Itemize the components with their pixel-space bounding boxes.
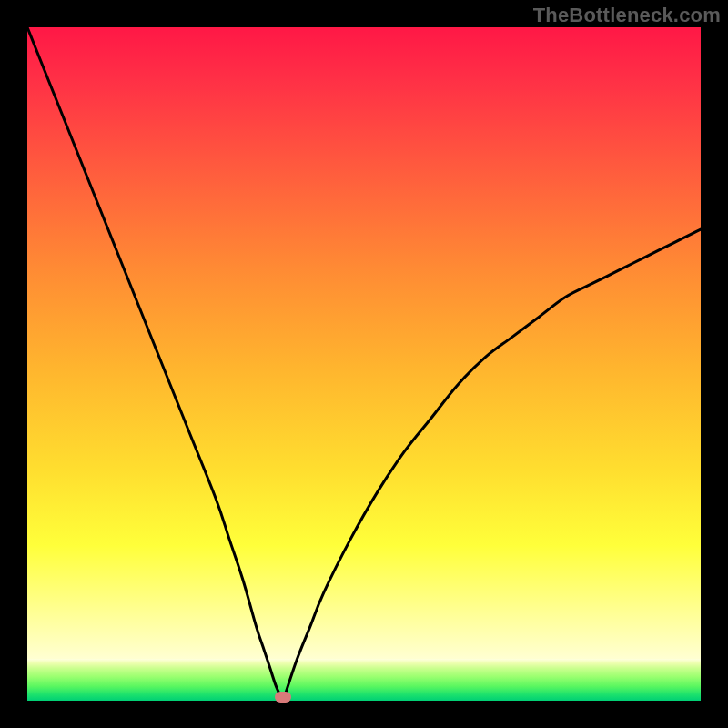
gradient-green-band <box>27 659 701 701</box>
chart-frame: TheBottleneck.com <box>0 0 728 728</box>
plot-area <box>27 27 701 701</box>
watermark-text: TheBottleneck.com <box>533 4 721 27</box>
gradient-main <box>27 27 701 659</box>
optimal-marker <box>275 692 291 703</box>
